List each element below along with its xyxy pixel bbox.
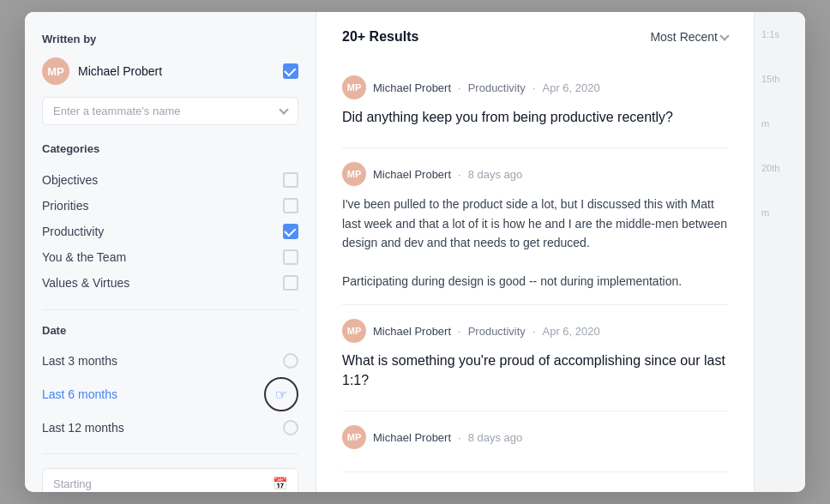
category-checkbox-you-and-the-team[interactable]: [283, 249, 298, 265]
category-item-priorities[interactable]: Priorities: [42, 193, 298, 219]
post-tag-1: Productivity: [468, 81, 526, 94]
date-option-label-last-6-months: Last 6 months: [42, 387, 117, 401]
post-meta-2: MP Michael Probert · 8 days ago: [342, 162, 728, 186]
left-panel: Written by MP Michael Probert Enter a te…: [25, 12, 316, 492]
post-avatar-3: MP: [342, 319, 366, 343]
post-title-3: What is something you're proud of accomp…: [342, 351, 728, 390]
category-checkbox-priorities[interactable]: [283, 198, 298, 213]
post-title-1: Did anything keep you from being product…: [342, 108, 728, 127]
post-card-1: MP Michael Probert · Productivity · Apr …: [342, 62, 728, 148]
category-item-objectives[interactable]: Objectives: [42, 167, 298, 193]
post-author-3: Michael Probert: [373, 325, 451, 338]
category-label-objectives: Objectives: [42, 173, 98, 187]
author-row: MP Michael Probert: [42, 57, 298, 85]
cursor-circle: ☞: [264, 377, 298, 411]
divider: [42, 309, 298, 310]
post-meta-4: MP Michael Probert · 8 days ago: [342, 425, 728, 449]
category-label-productivity: Productivity: [42, 225, 104, 238]
post-date-2: 8 days ago: [468, 168, 523, 181]
category-item-productivity[interactable]: Productivity: [42, 219, 298, 244]
sort-chevron-icon: [719, 31, 729, 40]
date-option-label-last-12-months: Last 12 months: [42, 421, 124, 435]
date-option-last-12-months[interactable]: Last 12 months: [42, 416, 298, 440]
chevron-down-icon: [279, 105, 288, 114]
post-date-3: Apr 6, 2020: [543, 325, 600, 338]
categories-label: Categories: [42, 142, 298, 155]
post-avatar-4: MP: [342, 425, 366, 449]
right-panel: 20+ Results Most Recent MP Michael Probe…: [316, 12, 754, 492]
author-checkbox[interactable]: [283, 63, 298, 79]
edge-text-4: 20th: [761, 163, 779, 173]
date-option-last-6-months[interactable]: Last 6 months ☞: [42, 373, 298, 416]
results-count: 20+ Results: [342, 29, 418, 45]
post-avatar-2: MP: [342, 162, 366, 186]
written-by-label: Written by: [42, 33, 298, 45]
category-checkbox-objectives[interactable]: [283, 172, 298, 188]
author-avatar: MP: [42, 57, 69, 85]
edge-text-5: m: [761, 207, 769, 218]
post-meta-3: MP Michael Probert · Productivity · Apr …: [342, 319, 728, 343]
edge-text-1: 1:1s: [761, 29, 779, 39]
post-author-1: Michael Probert: [373, 81, 451, 94]
category-checkbox-values-and-virtues[interactable]: [283, 275, 298, 291]
modal-backdrop: Written by MP Michael Probert Enter a te…: [0, 0, 830, 504]
post-author-2: Michael Probert: [373, 168, 451, 181]
cursor-icon: ☞: [275, 387, 287, 403]
category-item-you-and-the-team[interactable]: You & the Team: [42, 244, 298, 270]
post-meta-1: MP Michael Probert · Productivity · Apr …: [342, 75, 728, 99]
post-date-4: 8 days ago: [468, 431, 523, 444]
date-options: Last 3 months Last 6 months ☞ Last 12 mo…: [42, 349, 298, 440]
date-label: Date: [42, 324, 298, 337]
right-edge: 1:1s 15th m 20th m: [754, 12, 805, 492]
starting-placeholder: Starting: [53, 477, 92, 490]
edge-text-3: m: [761, 118, 769, 129]
teammate-placeholder: Enter a teammate's name: [53, 105, 180, 117]
category-label-values-and-virtues: Values & Virtues: [42, 276, 129, 290]
calendar-icon-start: 📅: [273, 477, 287, 490]
post-card-3: MP Michael Probert · Productivity · Apr …: [342, 305, 728, 411]
sort-label: Most Recent: [650, 30, 718, 44]
post-body-2: I've been pulled to the product side a l…: [342, 195, 728, 291]
radio-last-12-months[interactable]: [283, 420, 298, 435]
date-option-last-3-months[interactable]: Last 3 months: [42, 349, 298, 373]
post-tag-3: Productivity: [468, 325, 526, 338]
right-header: 20+ Results Most Recent: [342, 29, 728, 45]
category-item-values-and-virtues[interactable]: Values & Virtues: [42, 270, 298, 296]
category-label-priorities: Priorities: [42, 199, 88, 213]
post-author-4: Michael Probert: [373, 431, 451, 444]
starting-input[interactable]: Starting 📅: [42, 468, 298, 492]
category-checkbox-productivity[interactable]: [283, 224, 298, 239]
modal: Written by MP Michael Probert Enter a te…: [25, 12, 805, 492]
post-date-1: Apr 6, 2020: [543, 81, 600, 94]
category-label-you-and-the-team: You & the Team: [42, 250, 126, 264]
divider-2: [42, 453, 298, 454]
post-card-4: MP Michael Probert · 8 days ago: [342, 411, 728, 472]
post-avatar-1: MP: [342, 75, 366, 99]
categories-list: Objectives Priorities Productivity You &…: [42, 167, 298, 296]
post-card-2: MP Michael Probert · 8 days ago I've bee…: [342, 148, 728, 305]
radio-last-3-months[interactable]: [283, 353, 298, 369]
sort-dropdown[interactable]: Most Recent: [650, 30, 728, 44]
date-option-label-last-3-months: Last 3 months: [42, 354, 117, 368]
edge-text-2: 15th: [761, 74, 779, 84]
teammate-input[interactable]: Enter a teammate's name: [42, 97, 298, 125]
author-name: Michael Probert: [78, 64, 283, 78]
